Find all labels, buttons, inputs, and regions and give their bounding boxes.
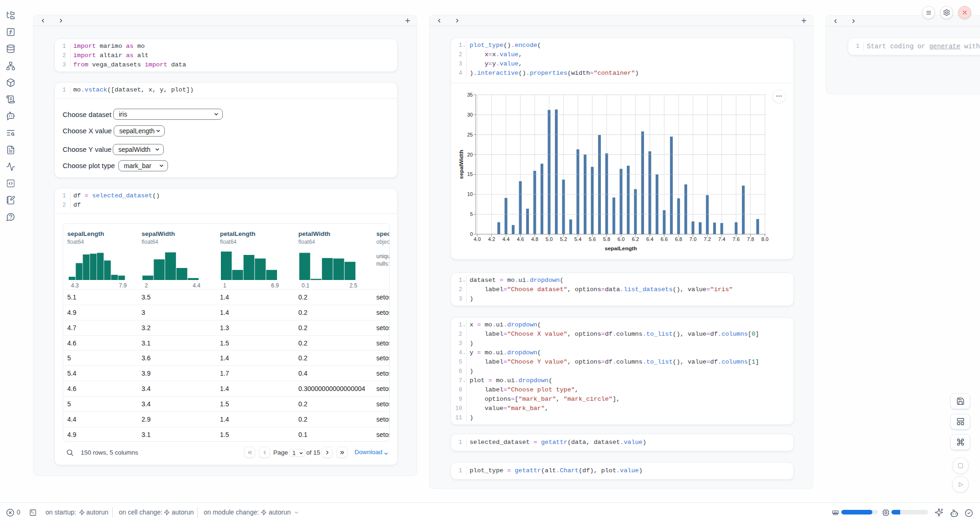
svg-text:sepalWidth: sepalWidth: [458, 150, 464, 179]
svg-text:4.8: 4.8: [531, 236, 538, 242]
svg-text:35: 35: [467, 92, 473, 98]
svg-text:15: 15: [467, 171, 473, 177]
svg-text:5.0: 5.0: [546, 236, 553, 242]
svg-text:10: 10: [467, 191, 473, 197]
svg-text:4.0: 4.0: [474, 236, 481, 242]
svg-text:7.2: 7.2: [704, 236, 711, 242]
svg-text:6.8: 6.8: [675, 236, 682, 242]
svg-text:5: 5: [470, 211, 473, 217]
svg-text:5.6: 5.6: [589, 236, 596, 242]
svg-text:5.8: 5.8: [603, 236, 610, 242]
svg-text:6.0: 6.0: [618, 236, 625, 242]
svg-text:6.4: 6.4: [646, 236, 653, 242]
svg-text:8.0: 8.0: [761, 236, 768, 242]
svg-text:5.4: 5.4: [574, 236, 581, 242]
svg-text:7.4: 7.4: [718, 236, 725, 242]
svg-text:30: 30: [467, 112, 473, 117]
svg-text:20: 20: [467, 152, 473, 157]
svg-text:0: 0: [470, 231, 473, 237]
svg-text:7.6: 7.6: [733, 236, 740, 242]
svg-text:25: 25: [467, 132, 473, 137]
svg-text:7.8: 7.8: [747, 236, 754, 242]
svg-text:6.2: 6.2: [632, 236, 639, 242]
svg-text:7.0: 7.0: [690, 236, 696, 242]
svg-text:6.6: 6.6: [661, 236, 668, 242]
svg-text:5.2: 5.2: [560, 236, 567, 242]
svg-text:4.4: 4.4: [503, 236, 509, 242]
svg-text:4.6: 4.6: [517, 236, 524, 242]
svg-text:sepalLength: sepalLength: [605, 245, 637, 252]
svg-text:4.2: 4.2: [488, 236, 495, 242]
